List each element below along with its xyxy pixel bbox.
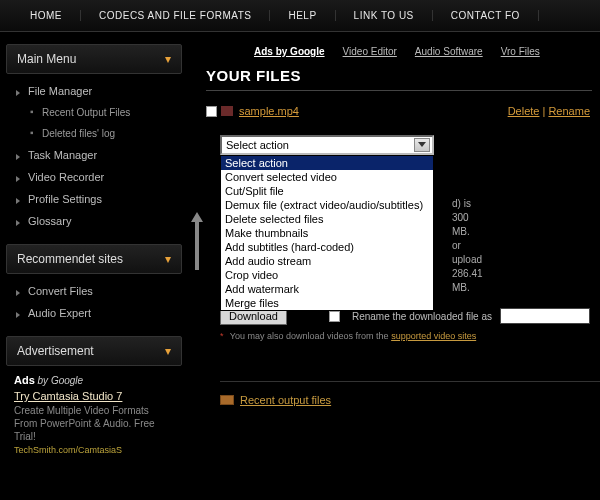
rename-label: Rename the downloaded file as xyxy=(352,311,492,322)
page-title: YOUR FILES xyxy=(206,67,592,91)
main-menu-list: File Manager Recent Output Files Deleted… xyxy=(6,74,182,244)
nav-contact[interactable]: CONTACT FO xyxy=(433,10,539,21)
ads-by-google-link[interactable]: Ads by Google xyxy=(254,46,325,57)
menu-deleted-log[interactable]: Deleted files' log xyxy=(6,123,182,144)
menu-video-recorder[interactable]: Video Recorder xyxy=(6,166,182,188)
nav-codecs[interactable]: CODECS AND FILE FORMATS xyxy=(81,10,270,21)
file-name-link[interactable]: sample.mp4 xyxy=(239,105,299,117)
nav-link-to-us[interactable]: LINK TO US xyxy=(336,10,433,21)
recent-output-link[interactable]: Recent output files xyxy=(240,394,331,406)
asterisk-icon: * xyxy=(220,331,224,341)
action-select[interactable]: Select action xyxy=(220,135,434,155)
rename-checkbox[interactable] xyxy=(329,311,340,322)
main-menu-title: Main Menu xyxy=(17,52,76,66)
option-add-subtitles[interactable]: Add subtitles (hard-coded) xyxy=(221,240,433,254)
advertisement-header[interactable]: Advertisement ▾ xyxy=(6,336,182,366)
nav-home[interactable]: HOME xyxy=(12,10,81,21)
top-nav: HOME CODECS AND FILE FORMATS HELP LINK T… xyxy=(0,0,600,32)
option-demux[interactable]: Demux file (extract video/audio/subtitle… xyxy=(221,198,433,212)
sponsor-vro-files[interactable]: Vro Files xyxy=(501,46,540,57)
option-delete-files[interactable]: Delete selected files xyxy=(221,212,433,226)
option-crop-video[interactable]: Crop video xyxy=(221,268,433,282)
file-row: sample.mp4 Delete | Rename xyxy=(206,91,600,125)
sidebar: Main Menu ▾ File Manager Recent Output F… xyxy=(0,32,188,455)
sponsor-video-editor[interactable]: Video Editor xyxy=(343,46,397,57)
rec-sites-title: Recommendet sites xyxy=(17,252,123,266)
supported-sites-link[interactable]: supported video sites xyxy=(391,331,476,341)
menu-recent-output[interactable]: Recent Output Files xyxy=(6,102,182,123)
option-merge-files[interactable]: Merge files xyxy=(221,296,433,310)
sponsor-audio-software[interactable]: Audio Software xyxy=(415,46,483,57)
main-content: Ads by Google Video Editor Audio Softwar… xyxy=(188,32,600,455)
chevron-down-icon: ▾ xyxy=(165,52,171,66)
option-make-thumbnails[interactable]: Make thumbnails xyxy=(221,226,433,240)
link-audio-expert[interactable]: Audio Expert xyxy=(6,302,182,324)
ad-body-text: Create Multiple Video Formats From Power… xyxy=(14,404,174,443)
download-note: * You may also download videos from the … xyxy=(220,331,600,341)
rec-sites-header[interactable]: Recommendet sites ▾ xyxy=(6,244,182,274)
link-convert-files[interactable]: Convert Files xyxy=(6,280,182,302)
recent-output-row: Recent output files xyxy=(220,381,600,406)
rename-input[interactable] xyxy=(500,308,590,324)
file-checkbox[interactable] xyxy=(206,106,217,117)
option-add-watermark[interactable]: Add watermark xyxy=(221,282,433,296)
action-dropdown: Select action Select action Convert sele… xyxy=(220,135,434,155)
menu-file-manager[interactable]: File Manager xyxy=(6,80,182,102)
option-select-action[interactable]: Select action xyxy=(221,156,433,170)
arrow-up-icon xyxy=(190,212,204,270)
ad-source-url: TechSmith.com/CamtasiaS xyxy=(14,445,174,455)
action-select-value: Select action xyxy=(226,139,289,151)
ad-block: Ads by Google Try Camtasia Studio 7 Crea… xyxy=(6,366,182,455)
option-convert-video[interactable]: Convert selected video xyxy=(221,170,433,184)
video-file-icon xyxy=(221,106,233,116)
action-select-list: Select action Convert selected video Cut… xyxy=(220,155,434,311)
option-add-audio[interactable]: Add audio stream xyxy=(221,254,433,268)
delete-link[interactable]: Delete xyxy=(508,105,540,117)
cursor-icon: ↖ xyxy=(446,159,458,175)
menu-task-manager[interactable]: Task Manager xyxy=(6,144,182,166)
advertisement-title: Advertisement xyxy=(17,344,94,358)
upload-limit-hint: d) is 300 MB. or upload 286.41 MB. xyxy=(452,197,483,295)
main-menu-header[interactable]: Main Menu ▾ xyxy=(6,44,182,74)
option-cut-split[interactable]: Cut/Split file xyxy=(221,184,433,198)
sponsor-links: Ads by Google Video Editor Audio Softwar… xyxy=(206,42,600,67)
menu-glossary[interactable]: Glossary xyxy=(6,210,182,232)
nav-help[interactable]: HELP xyxy=(270,10,335,21)
chevron-down-icon: ▾ xyxy=(165,344,171,358)
rec-sites-list: Convert Files Audio Expert xyxy=(6,274,182,336)
chevron-down-icon: ▾ xyxy=(165,252,171,266)
ad-camtasia-link[interactable]: Try Camtasia Studio 7 xyxy=(14,390,174,402)
dropdown-button-icon[interactable] xyxy=(414,138,430,152)
folder-icon xyxy=(220,395,234,405)
ads-by-google-label: Ads by Google xyxy=(14,374,83,386)
rename-link[interactable]: Rename xyxy=(548,105,590,117)
menu-profile-settings[interactable]: Profile Settings xyxy=(6,188,182,210)
file-actions: Delete | Rename xyxy=(508,105,590,117)
